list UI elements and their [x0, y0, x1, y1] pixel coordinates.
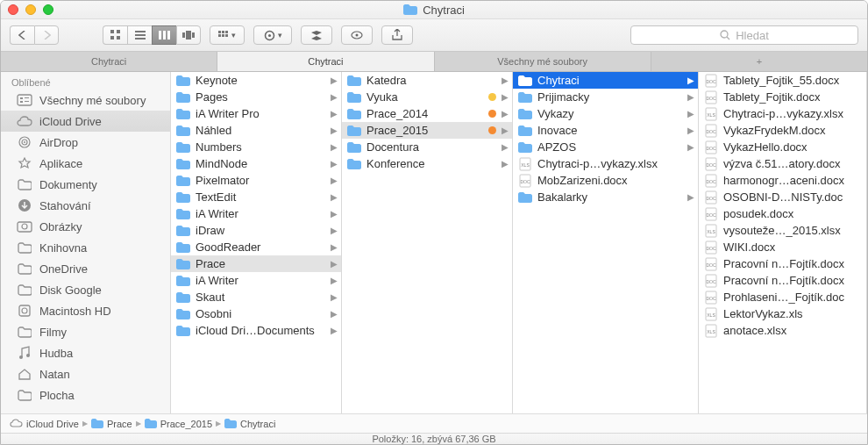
- file-row[interactable]: XLSLektorVykaz.xls: [699, 305, 866, 322]
- file-row[interactable]: DOCharmonogr…aceni.docx: [699, 172, 866, 189]
- path-label: iCloud Drive: [26, 419, 79, 429]
- action-button[interactable]: ▾: [253, 25, 292, 45]
- tab[interactable]: Chytraci: [217, 52, 434, 71]
- file-row[interactable]: Prijimacky▶: [513, 89, 698, 105]
- share-button[interactable]: [381, 25, 413, 45]
- folder-icon: [176, 74, 190, 88]
- doc-icon: DOC: [704, 190, 718, 205]
- file-row[interactable]: DOCMobZarizeni.docx: [513, 172, 698, 189]
- file-row[interactable]: iA Writer▶: [171, 272, 341, 289]
- file-name: Bakalarky: [537, 190, 682, 204]
- file-row[interactable]: Pixelmator▶: [171, 172, 341, 189]
- file-name: Pracovní n…Fojtík.docx: [723, 257, 863, 270]
- column-view-button[interactable]: [152, 25, 176, 45]
- file-row[interactable]: Docentura▶: [342, 139, 512, 155]
- sidebar-item[interactable]: Knihovna: [1, 237, 170, 258]
- tab[interactable]: Všechny mé soubory: [435, 52, 651, 71]
- file-row[interactable]: DOCVykazFrydekM.docx: [699, 122, 866, 139]
- file-row[interactable]: Skaut▶: [171, 289, 341, 305]
- file-row[interactable]: DOCvýzva č.51…atory.docx: [699, 155, 866, 172]
- dropbox-button[interactable]: [301, 25, 332, 45]
- file-row[interactable]: Pages▶: [171, 89, 341, 105]
- file-row[interactable]: XLSChytraci-p…vykazy.xlsx: [513, 155, 698, 172]
- path-segment[interactable]: Chytraci: [224, 419, 275, 429]
- tab[interactable]: Chytraci: [1, 52, 217, 71]
- file-row[interactable]: DOCTablety_Fojtik.docx: [699, 89, 866, 105]
- share-icon: [392, 29, 402, 41]
- file-row[interactable]: Vyuka▶: [342, 89, 512, 105]
- sidebar-item[interactable]: Natan: [1, 363, 170, 384]
- file-row[interactable]: MindNode▶: [171, 155, 341, 172]
- sidebar-item[interactable]: Všechny mé soubory: [1, 90, 170, 111]
- zoom-window-button[interactable]: [43, 4, 53, 15]
- file-row[interactable]: Bakalarky▶: [513, 189, 698, 205]
- sidebar-item[interactable]: Hudba: [1, 342, 170, 363]
- arrange-button[interactable]: ▾: [210, 25, 245, 45]
- file-row[interactable]: DOCVykazHello.docx: [699, 139, 866, 155]
- file-name: iDraw: [196, 224, 325, 237]
- path-segment[interactable]: Prace: [91, 419, 132, 429]
- sidebar-item[interactable]: Aplikace: [1, 153, 170, 174]
- sidebar-item[interactable]: Stahování: [1, 195, 170, 216]
- coverflow-icon: [182, 31, 195, 39]
- sidebar-item[interactable]: Plocha: [1, 384, 170, 406]
- file-row[interactable]: Prace_2015▶: [342, 122, 512, 139]
- doc-icon: DOC: [704, 74, 718, 88]
- list-view-button[interactable]: [127, 25, 152, 45]
- file-row[interactable]: Katedra▶: [342, 72, 512, 89]
- file-row[interactable]: Náhled▶: [171, 122, 341, 139]
- file-row[interactable]: Prace▶: [171, 255, 341, 272]
- file-row[interactable]: Vykazy▶: [513, 105, 698, 122]
- file-row[interactable]: DOCposudek.docx: [699, 205, 866, 222]
- file-row[interactable]: DOCProhlaseni…_Fojtík.doc: [699, 289, 866, 305]
- doc-icon: DOC: [518, 174, 532, 188]
- back-button[interactable]: [10, 25, 34, 45]
- file-row[interactable]: Numbers▶: [171, 139, 341, 155]
- path-label: Chytraci: [240, 419, 275, 429]
- file-row[interactable]: XLSvysouteže…_2015.xlsx: [699, 222, 866, 239]
- search-field[interactable]: Hledat: [630, 25, 858, 45]
- coverflow-view-button[interactable]: [176, 25, 201, 45]
- file-row[interactable]: Chytraci▶: [513, 72, 698, 89]
- file-row[interactable]: XLSChytraci-p…vykazy.xlsx: [699, 105, 866, 122]
- file-row[interactable]: XLSanotace.xlsx: [699, 322, 866, 339]
- icon-view-button[interactable]: [103, 25, 127, 45]
- file-row[interactable]: GoodReader▶: [171, 239, 341, 255]
- file-name: Pracovní n…Fojtík.docx: [723, 274, 863, 287]
- sidebar-item[interactable]: iCloud Drive: [1, 111, 170, 132]
- sidebar-item[interactable]: Obrázky: [1, 216, 170, 237]
- file-row[interactable]: Prace_2014▶: [342, 105, 512, 122]
- sidebar-item[interactable]: Macintosh HD: [1, 300, 170, 321]
- sidebar-item[interactable]: Disk Google: [1, 279, 170, 300]
- svg-rect-13: [218, 31, 221, 33]
- folder-icon: [347, 140, 361, 154]
- file-row[interactable]: Keynote▶: [171, 72, 341, 89]
- minimize-window-button[interactable]: [25, 4, 36, 15]
- file-row[interactable]: iA Writer▶: [171, 205, 341, 222]
- file-row[interactable]: APZOS▶: [513, 139, 698, 155]
- file-row[interactable]: DOCWIKI.docx: [699, 239, 866, 255]
- file-row[interactable]: DOCPracovní n…Fojtík.docx: [699, 272, 866, 289]
- forward-button[interactable]: [34, 25, 59, 45]
- file-row[interactable]: iA Writer Pro▶: [171, 105, 341, 122]
- path-segment[interactable]: iCloud Drive: [10, 419, 79, 429]
- sidebar-item[interactable]: Dokumenty: [1, 174, 170, 195]
- file-row[interactable]: Osobni▶: [171, 305, 341, 322]
- file-row[interactable]: DOCOSOBNI-D…NISTy.doc: [699, 189, 866, 205]
- sidebar-item[interactable]: AirDrop: [1, 132, 170, 153]
- file-row[interactable]: iDraw▶: [171, 222, 341, 239]
- gallery-button[interactable]: [341, 25, 373, 45]
- close-window-button[interactable]: [8, 4, 18, 15]
- path-segment[interactable]: Prace_2015: [145, 419, 212, 429]
- file-row[interactable]: TextEdit▶: [171, 189, 341, 205]
- file-row[interactable]: DOCPracovní n…Fojtík.docx: [699, 255, 866, 272]
- sidebar-item[interactable]: OneDrive: [1, 258, 170, 279]
- folder-icon: [176, 157, 190, 171]
- sidebar-item[interactable]: Filmy: [1, 321, 170, 342]
- file-row[interactable]: Inovace▶: [513, 122, 698, 139]
- file-row[interactable]: DOCTablety_Fojtik_55.docx: [699, 72, 866, 89]
- new-tab-button[interactable]: +: [651, 52, 867, 71]
- file-row[interactable]: iCloud Dri…Documents▶: [171, 322, 341, 339]
- doc-icon: DOC: [704, 274, 718, 288]
- file-row[interactable]: Konference▶: [342, 155, 512, 172]
